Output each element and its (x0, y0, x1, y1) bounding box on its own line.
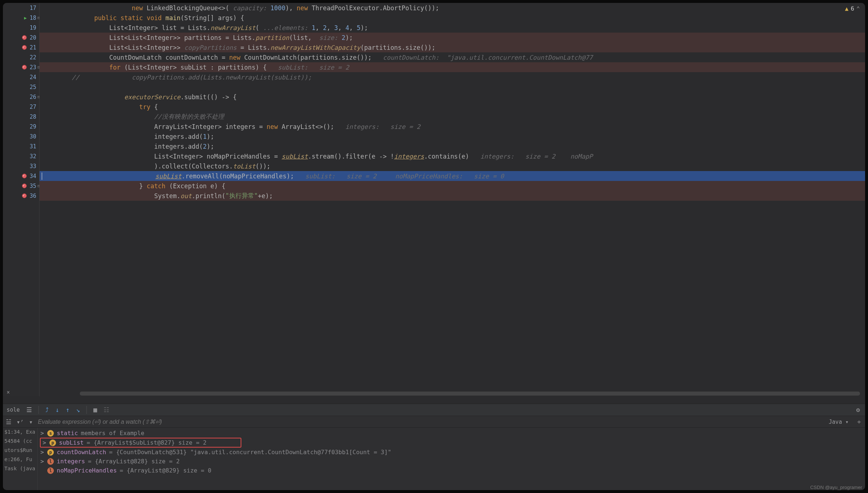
code-line[interactable]: } catch (Exception e) { (40, 181, 865, 191)
step-out-icon[interactable]: ↑ (66, 406, 69, 414)
trace-icon: ☷ (104, 406, 109, 414)
expand-icon[interactable]: > (42, 439, 47, 446)
variable-row[interactable]: lnoMapPriceHandles = {ArrayList@829} siz… (40, 466, 863, 475)
breakpoint-icon[interactable] (22, 45, 27, 50)
variable-name: subList (59, 439, 84, 446)
breakpoint-icon[interactable] (22, 35, 27, 40)
gutter-line[interactable]: 19 (3, 23, 39, 33)
code-line[interactable] (40, 82, 865, 92)
gutter-line[interactable]: 34 (3, 171, 39, 181)
code-line[interactable]: CountDownLatch countDownLatch = new Coun… (40, 52, 865, 62)
frame-item[interactable]: $1:34, Exa (4, 429, 36, 438)
code-line[interactable]: List<Integer> noMapPriceHandles = subLis… (40, 151, 865, 161)
run-icon[interactable]: ▶ (24, 15, 27, 21)
filter-icon[interactable]: ▾⎖ (16, 418, 24, 426)
code-line[interactable]: // copyPartitions.add(Lists.newArrayList… (40, 72, 865, 82)
gutter-line[interactable]: 30 (3, 131, 39, 141)
warning-count: 6 (851, 5, 854, 12)
variable-value: members of Example (81, 430, 144, 437)
gutter-line[interactable]: 31 (3, 141, 39, 151)
breakpoint-icon[interactable] (22, 184, 27, 188)
variable-row[interactable]: >pcountDownLatch = {CountDownLatch@531} … (40, 448, 863, 457)
gutter-line[interactable]: 18▶⊟ (3, 13, 39, 23)
breakpoint-icon[interactable] (22, 174, 27, 178)
gutter-line[interactable]: 26⊟ (3, 92, 39, 102)
code-line[interactable]: List<List<Integer>> partitions = Lists.p… (40, 33, 865, 42)
gutter-line[interactable]: 21 (3, 42, 39, 52)
code-line[interactable]: ).collect(Collectors.toList()); (40, 161, 865, 171)
editor-gutter[interactable]: 1718▶⊟1920212223⊟242526⊟2728293031323334… (3, 3, 40, 396)
evaluate-input[interactable] (38, 419, 824, 425)
variable-name: integers (57, 458, 85, 465)
gutter-line[interactable]: 33 (3, 161, 39, 171)
expand-icon[interactable]: > (40, 458, 44, 465)
stack-icon[interactable]: ☱ (6, 418, 11, 426)
close-icon[interactable]: × (7, 389, 10, 396)
gutter-line[interactable]: 29 (3, 122, 39, 131)
variable-value: = {ArrayList@829} size = 0 (120, 467, 211, 474)
watermark: CSDN @ayu_programer (810, 485, 862, 490)
variable-row[interactable]: >sstatic members of Example (40, 429, 863, 438)
frame-item[interactable]: 54584 (cc (4, 438, 36, 447)
gutter-line[interactable]: 28 (3, 112, 39, 122)
variable-value: = {ArrayList$SubList@827} size = 2 (86, 439, 207, 446)
gutter-line[interactable]: 23⊟ (3, 62, 39, 72)
type-badge-icon: s (47, 430, 54, 437)
breakpoint-icon[interactable] (22, 65, 27, 70)
dropdown-icon[interactable]: ▾ (29, 418, 33, 426)
code-line[interactable]: executorService.submit(() -> { (40, 92, 865, 102)
code-line[interactable]: subList.removeAll(noMapPriceHandles); su… (40, 171, 865, 181)
variable-name: countDownLatch (57, 449, 106, 456)
variable-row[interactable]: >psubList = {ArrayList$SubList@827} size… (40, 438, 241, 448)
gutter-line[interactable]: 17 (3, 3, 39, 13)
frame-item[interactable]: Task (java (4, 466, 36, 475)
run-to-cursor-icon[interactable]: ↘ (76, 406, 80, 414)
variables-list[interactable]: >sstatic members of Example>psubList = {… (38, 428, 865, 490)
step-over-icon[interactable]: ⤴ (45, 406, 49, 414)
frames-list[interactable]: $1:34, Exa54584 (ccutors$Rune:266, FuTas… (3, 428, 38, 490)
type-badge-icon: l (47, 458, 54, 465)
gutter-line[interactable]: 24 (3, 72, 39, 82)
code-line[interactable]: List<List<Integer>> copyPartitions = Lis… (40, 42, 865, 52)
code-line[interactable]: List<Integer> list = Lists.newArrayList(… (40, 23, 865, 33)
warning-icon: ▲ (845, 5, 849, 12)
type-badge-icon: p (47, 449, 54, 456)
code-line[interactable]: integers.add(1); (40, 131, 865, 141)
evaluate-icon[interactable]: ▦ (93, 406, 97, 414)
step-into-icon[interactable]: ↓ (55, 406, 59, 414)
code-line[interactable]: ArrayList<Integer> integers = new ArrayL… (40, 122, 865, 131)
expand-icon[interactable]: > (40, 449, 44, 456)
code-line[interactable]: //没有映射的失败不处理 (40, 112, 865, 122)
gutter-line[interactable]: 27 (3, 102, 39, 112)
code-line[interactable]: try { (40, 102, 865, 112)
gutter-line[interactable]: 32 (3, 151, 39, 161)
expand-icon[interactable]: > (40, 430, 44, 437)
code-editor[interactable]: new LinkedBlockingQueue<>( capacity: 100… (40, 3, 865, 396)
variable-value: = {ArrayList@828} size = 2 (88, 458, 179, 465)
add-watch-icon[interactable]: ＋ (856, 418, 862, 426)
debug-toolbar: sole ☰ ⤴ ↓ ↑ ↘ ▦ ☷ ⚙ (3, 404, 865, 416)
language-selector[interactable]: Java ▾ (829, 419, 849, 425)
layout-icon[interactable]: ☰ (26, 406, 32, 414)
code-line[interactable]: integers.add(2); (40, 141, 865, 151)
variable-row[interactable]: >lintegers = {ArrayList@828} size = 2 (40, 457, 863, 466)
gutter-line[interactable]: 22 (3, 52, 39, 62)
gutter-line[interactable]: 36 (3, 191, 39, 201)
breakpoint-icon[interactable] (22, 193, 27, 198)
code-line[interactable]: new LinkedBlockingQueue<>( capacity: 100… (40, 3, 865, 13)
inspection-widget[interactable]: ▲ 6 ⌃ (845, 5, 860, 12)
type-badge-icon: l (47, 467, 54, 474)
frame-item[interactable]: utors$Run (4, 447, 36, 456)
gutter-line[interactable]: 25 (3, 82, 39, 92)
gutter-line[interactable]: 20 (3, 33, 39, 42)
code-line[interactable]: public static void main(String[] args) { (40, 13, 865, 23)
chevron-up-icon[interactable]: ⌃ (856, 5, 860, 12)
gutter-line[interactable]: 35⊟ (3, 181, 39, 191)
code-line[interactable]: System.out.println("执行异常"+e); (40, 191, 865, 201)
console-tab-label[interactable]: sole (7, 407, 20, 413)
frame-item[interactable]: e:266, Fu (4, 456, 36, 466)
gear-icon[interactable]: ⚙ (856, 406, 860, 414)
variable-name: noMapPriceHandles (57, 467, 117, 474)
horizontal-scrollbar[interactable] (80, 392, 860, 396)
code-line[interactable]: for (List<Integer> subList : partitions)… (40, 62, 865, 72)
